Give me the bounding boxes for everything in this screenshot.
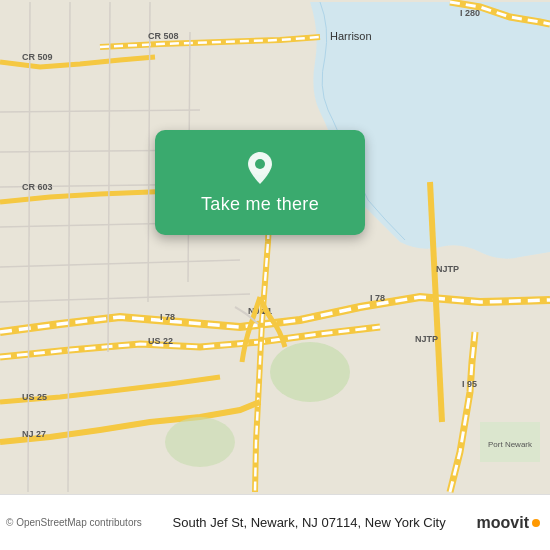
svg-point-28 — [270, 342, 350, 402]
bottom-bar: © OpenStreetMap contributors South Jef S… — [0, 494, 550, 550]
take-me-there-button[interactable]: Take me there — [155, 130, 365, 235]
svg-text:NJTP: NJTP — [436, 264, 459, 274]
map-attribution: © OpenStreetMap contributors — [6, 517, 142, 528]
button-label: Take me there — [201, 194, 319, 215]
svg-text:I 280: I 280 — [460, 8, 480, 18]
svg-point-29 — [165, 417, 235, 467]
address-label: South Jef St, Newark, NJ 07114, New York… — [142, 515, 477, 530]
svg-text:CR 508: CR 508 — [148, 31, 179, 41]
svg-text:CR 509: CR 509 — [22, 52, 53, 62]
map-area: I 280 CR 508 CR 509 CR 603 NJ 21 I 78 I … — [0, 0, 550, 494]
moovit-logo: moovit — [477, 514, 540, 532]
svg-text:Harrison: Harrison — [330, 30, 372, 42]
svg-text:US 25: US 25 — [22, 392, 47, 402]
app-container: I 280 CR 508 CR 509 CR 603 NJ 21 I 78 I … — [0, 0, 550, 550]
pin-icon — [242, 150, 278, 186]
svg-text:I 78: I 78 — [160, 312, 175, 322]
map-background: I 280 CR 508 CR 509 CR 603 NJ 21 I 78 I … — [0, 0, 550, 494]
svg-text:NJ 27: NJ 27 — [22, 429, 46, 439]
moovit-brand-text: moovit — [477, 514, 529, 532]
svg-text:US 22: US 22 — [148, 336, 173, 346]
svg-text:CR 603: CR 603 — [22, 182, 53, 192]
svg-text:Port Newark: Port Newark — [488, 440, 533, 449]
svg-point-31 — [255, 159, 265, 169]
svg-text:NJTP: NJTP — [415, 334, 438, 344]
moovit-logo-dot — [532, 519, 540, 527]
svg-text:I 95: I 95 — [462, 379, 477, 389]
svg-text:I 78: I 78 — [370, 293, 385, 303]
